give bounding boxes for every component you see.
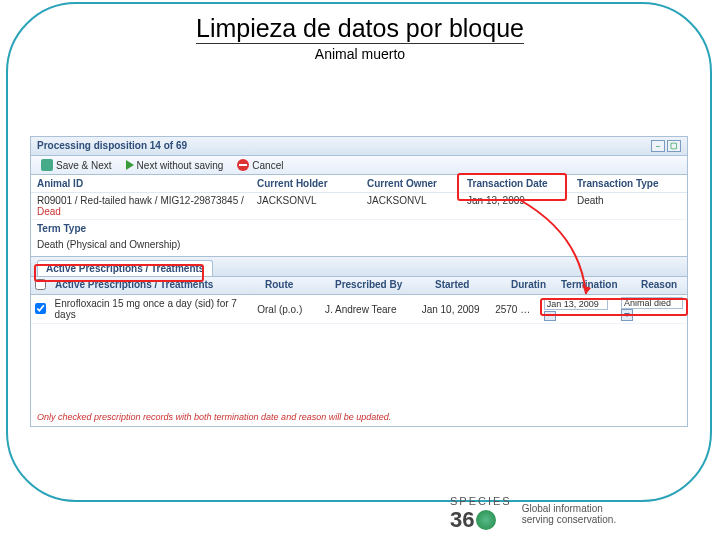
chevron-down-icon[interactable] <box>621 309 633 321</box>
grid-row: Enrofloxacin 15 mg once a day (sid) for … <box>31 295 687 324</box>
cell-desc: Enrofloxacin 15 mg once a day (sid) for … <box>51 296 254 322</box>
cell-holder: JACKSONVL <box>251 193 361 219</box>
expand-icon[interactable]: ▢ <box>667 140 681 152</box>
cell-started: Jan 10, 2009 <box>418 302 492 317</box>
logo-360: 3 6 <box>450 507 512 533</box>
tabstrip: Active Prescriptions / Treatments <box>31 256 687 277</box>
cancel-button[interactable]: Cancel <box>233 158 287 172</box>
termination-date-input[interactable]: Jan 13, 2009 <box>544 298 608 310</box>
record-row: R09001 / Red-tailed hawk / MIG12-2987384… <box>31 193 687 220</box>
cancel-icon <box>237 159 249 171</box>
tab-active-prescriptions[interactable]: Active Prescriptions / Treatments <box>37 260 213 276</box>
row-checkbox[interactable] <box>35 303 46 314</box>
next-wo-save-label: Next without saving <box>137 160 224 171</box>
globe-icon <box>476 510 496 530</box>
tagline-1: Global information <box>522 503 617 514</box>
term-type-label: Term Type <box>31 220 687 237</box>
app-window: Processing disposition 14 of 69 – ▢ Save… <box>30 136 688 427</box>
save-next-label: Save & Next <box>56 160 112 171</box>
next-without-saving-button[interactable]: Next without saving <box>122 159 228 172</box>
animal-id-text: R09001 / Red-tailed hawk / MIG12-2987384… <box>37 195 244 206</box>
cell-duration: 2570 … <box>491 302 539 317</box>
record-header: Animal ID Current Holder Current Owner T… <box>31 175 687 193</box>
window-controls: – ▢ <box>651 140 681 152</box>
slide-subtitle: Animal muerto <box>0 46 720 62</box>
grid-header: Active Prescriptions / Treatments Route … <box>31 277 687 295</box>
col-termination: Termination <box>557 277 637 294</box>
toolbar: Save & Next Next without saving Cancel <box>31 156 687 175</box>
col-current-holder: Current Holder <box>251 175 361 192</box>
save-icon <box>41 159 53 171</box>
cell-termination: Jan 13, 2009 <box>540 296 617 323</box>
cell-owner: JACKSONVL <box>361 193 461 219</box>
arrow-right-icon <box>126 160 134 170</box>
logo: SPECIES 3 6 <box>450 495 512 533</box>
cell-tx-type: Death <box>571 193 687 219</box>
reason-select[interactable]: Animal died <box>621 297 683 309</box>
logo-6: 6 <box>462 507 474 533</box>
col-reason: Reason <box>637 277 687 294</box>
window-titlebar: Processing disposition 14 of 69 – ▢ <box>31 137 687 156</box>
dead-text: Dead <box>37 206 61 217</box>
logo-3: 3 <box>450 507 462 533</box>
slide-title: Limpieza de datos por bloque <box>0 14 720 43</box>
grid-empty-space <box>31 324 687 408</box>
save-next-button[interactable]: Save & Next <box>37 158 116 172</box>
cell-tx-date: Jan 13, 2009 <box>461 193 571 219</box>
select-all-checkbox[interactable] <box>35 279 46 290</box>
term-type-value: Death (Physical and Ownership) <box>31 237 687 256</box>
logo-species: SPECIES <box>450 495 512 507</box>
calendar-icon[interactable] <box>544 311 556 321</box>
footer: SPECIES 3 6 Global information serving c… <box>450 495 616 533</box>
window-title: Processing disposition 14 of 69 <box>37 140 187 152</box>
slide-title-text: Limpieza de datos por bloque <box>196 14 524 44</box>
col-transaction-date: Transaction Date <box>461 175 571 192</box>
col-animal-id: Animal ID <box>31 175 251 192</box>
col-current-owner: Current Owner <box>361 175 461 192</box>
tagline-2: serving conservation. <box>522 514 617 525</box>
col-prescribed-by: Prescribed By <box>331 277 431 294</box>
col-checkbox <box>31 277 51 294</box>
cell-reason: Animal died <box>617 295 687 323</box>
cell-prescribed-by: J. Andrew Teare <box>321 302 418 317</box>
cell-route: Oral (p.o.) <box>253 302 321 317</box>
col-desc: Active Prescriptions / Treatments <box>51 277 261 294</box>
update-note: Only checked prescription records with b… <box>31 408 687 426</box>
cell-animal-id: R09001 / Red-tailed hawk / MIG12-2987384… <box>31 193 251 219</box>
col-started: Started <box>431 277 507 294</box>
tagline: Global information serving conservation. <box>522 503 617 525</box>
col-transaction-type: Transaction Type <box>571 175 687 192</box>
col-duration: Duratin <box>507 277 557 294</box>
cancel-label: Cancel <box>252 160 283 171</box>
collapse-icon[interactable]: – <box>651 140 665 152</box>
col-route: Route <box>261 277 331 294</box>
